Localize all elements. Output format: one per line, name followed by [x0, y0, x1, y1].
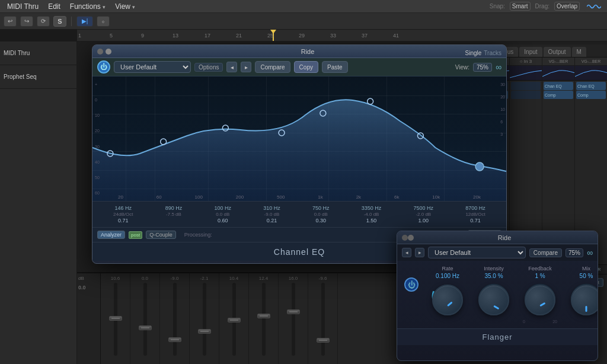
eq-next-btn[interactable]: ▸ — [241, 62, 251, 72]
insert-chan-eq-4[interactable]: Chan EQ — [576, 82, 606, 90]
flanger-minimize-btn[interactable] — [408, 235, 414, 241]
eq-param-7[interactable]: 8700 Hz 12dB/Oct 0.71 — [465, 205, 485, 223]
eq-top-bar: ⏻ User Default Options ◂ ▸ Compare Copy … — [92, 58, 506, 76]
eq-param-3[interactable]: 310 Hz -9.0 dB 0.21 — [263, 205, 280, 223]
fader-body-7 — [279, 283, 308, 362]
eq-right-db-labels: 30 20 10 6 3 — [500, 82, 505, 136]
feedback-scale-0: 0 — [523, 320, 525, 324]
fader-body-3 — [160, 283, 189, 362]
flanger-compare-btn[interactable]: Compare — [529, 248, 562, 257]
fader-knob-4[interactable] — [198, 329, 211, 334]
fader-ch-7: 16.0 — [279, 273, 308, 364]
fader-ch-5: 10.4 — [219, 273, 249, 364]
midi-thru-menu[interactable]: MIDI Thru — [4, 1, 42, 12]
ch-val-8: -9.6 — [319, 276, 327, 281]
drag-value[interactable]: Overlap — [554, 2, 580, 11]
tab-m[interactable]: M — [572, 47, 586, 57]
mix-knob[interactable] — [571, 285, 598, 315]
qcouple-btn[interactable]: Q-Couple — [146, 231, 176, 239]
view-menu[interactable]: View ▾ — [111, 1, 139, 12]
drag-label: Drag: — [535, 3, 550, 9]
ruler-mark-33: 33 — [330, 33, 336, 39]
ch-val-5: 10.4 — [229, 276, 239, 281]
ruler-mark-25: 25 — [267, 33, 273, 39]
eq-paste-btn[interactable]: Paste — [322, 61, 348, 73]
eq-curve-svg: 20 60 100 200 500 1k 2k 6k 10k 20k — [92, 76, 506, 201]
tab-output[interactable]: Output — [544, 47, 571, 57]
eq-footer-label: Channel EQ — [274, 247, 325, 257]
eq-param-4[interactable]: 750 Hz 0.0 dB 0.30 — [312, 205, 330, 223]
eq-options-btn[interactable]: Options — [194, 63, 223, 72]
fader-knob-1[interactable] — [109, 316, 122, 321]
insert-comp-3[interactable]: Comp — [544, 91, 573, 99]
feedback-scale-20: 20 — [552, 320, 557, 324]
loop-btn[interactable]: ⟳ — [37, 16, 50, 27]
ch-header-vg2: VG-...BER — [575, 58, 607, 66]
post-btn[interactable]: post — [129, 231, 142, 239]
tracks-btn[interactable]: Tracks — [484, 50, 501, 56]
ruler-mark-21: 21 — [236, 33, 242, 39]
flanger-link-icon[interactable]: ∞ — [587, 248, 593, 257]
eq-power-btn[interactable]: ⏻ — [97, 60, 110, 74]
tab-input[interactable]: Input — [519, 47, 542, 57]
functions-menu[interactable]: Functions ▾ — [66, 1, 109, 12]
flanger-next-btn[interactable]: ▸ — [415, 248, 424, 257]
feedback-knob-container — [523, 283, 557, 317]
feedback-knob[interactable] — [525, 285, 555, 315]
eq-link-icon[interactable]: ∞ — [496, 62, 501, 72]
insert-comp-4[interactable]: Comp — [576, 91, 606, 99]
intensity-value: 35.0 % — [484, 273, 503, 279]
intensity-label: Intensity — [484, 266, 504, 272]
eq-copy-btn[interactable]: Copy — [294, 61, 318, 73]
svg-point-7 — [475, 162, 484, 171]
channel-eq-title: Ride — [114, 48, 501, 55]
s-btn[interactable]: S — [53, 16, 66, 27]
insert-empty-2[interactable] — [511, 82, 541, 90]
edit-menu[interactable]: Edit — [44, 1, 64, 12]
mix-value: 50 % — [580, 273, 593, 279]
rate-knob[interactable] — [432, 285, 463, 315]
fader-knob-7[interactable] — [287, 309, 300, 314]
flanger-close-btn[interactable] — [402, 235, 408, 241]
rewind-btn[interactable]: ↩ — [4, 16, 17, 27]
flanger-preset-select[interactable]: User Default — [428, 247, 526, 258]
eq-param-0[interactable]: 146 Hz 24dB/Oct 0.71 — [113, 205, 133, 223]
waveform-btn[interactable] — [584, 1, 603, 12]
eq-params: 146 Hz 24dB/Oct 0.71 890 Hz -7.5 dB 100 … — [92, 201, 506, 227]
eq-param-5[interactable]: 3350 Hz -4.0 dB 1.50 — [362, 205, 382, 223]
track-item-midi[interactable]: MIDI Thru — [0, 41, 76, 65]
single-btn[interactable]: Single — [465, 50, 482, 56]
eq-view-percent[interactable]: 75% — [473, 63, 492, 72]
fader-knob-5[interactable] — [228, 318, 241, 323]
mix-knob-container — [569, 283, 598, 317]
arrange-area: Ride Single Tracks ⏻ User Default Option… — [77, 41, 607, 364]
eq-minimize-btn[interactable] — [106, 49, 111, 55]
flanger-prev-btn[interactable]: ◂ — [402, 248, 411, 257]
fader-body-8 — [308, 283, 337, 362]
eq-close-btn[interactable] — [97, 49, 103, 55]
eq-display[interactable]: 20 60 100 200 500 1k 2k 6k 10k 20k + 0 1… — [92, 76, 506, 201]
ruler-mark-1: 1 — [78, 33, 81, 39]
eq-preset-select[interactable]: User Default — [114, 61, 191, 73]
eq-param-6[interactable]: 7500 Hz -2.0 dB 1.00 — [414, 205, 434, 223]
fader-body-2 — [130, 283, 159, 362]
eq-prev-btn[interactable]: ◂ — [226, 62, 237, 72]
play-btn[interactable]: ▶| — [76, 16, 93, 27]
flanger-percent[interactable]: 75% — [566, 248, 583, 257]
fader-knob-8[interactable] — [317, 338, 330, 343]
analyzer-btn[interactable]: Analyzer — [97, 231, 125, 239]
track-item-prophet[interactable]: Prophet Seq — [0, 65, 76, 89]
forward-btn[interactable]: ↪ — [20, 16, 33, 27]
eq-param-2[interactable]: 100 Hz 0.0 dB 0.60 — [214, 205, 231, 223]
intensity-knob[interactable] — [478, 285, 509, 315]
insert-chan-eq-3[interactable]: Chan EQ — [544, 82, 573, 90]
snap-value[interactable]: Smart — [510, 2, 531, 11]
eq-compare-btn[interactable]: Compare — [255, 61, 290, 73]
fader-knob-3[interactable] — [168, 337, 181, 342]
capture-btn[interactable]: ⬦ — [97, 16, 110, 27]
fader-knob-2[interactable] — [139, 325, 152, 330]
eq-param-1[interactable]: 890 Hz -7.5 dB — [165, 205, 183, 223]
fader-knob-6[interactable] — [257, 314, 270, 318]
flanger-power-btn[interactable]: ⏻ — [404, 277, 418, 292]
insert-empty-3[interactable] — [511, 91, 541, 99]
